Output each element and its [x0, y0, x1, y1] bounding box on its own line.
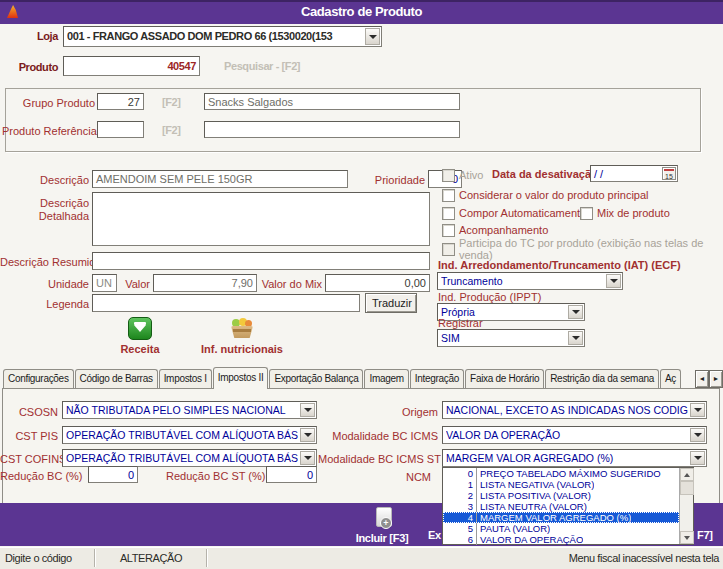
tab-imagem[interactable]: Imagem: [364, 369, 408, 389]
recipe-icon: [128, 317, 152, 340]
dropdown-arrow-icon[interactable]: [300, 451, 315, 465]
tab-scroll-left-button[interactable]: ◄: [695, 370, 709, 388]
list-item[interactable]: 0 PREÇO TABELADO MÁXIMO SUGERIDO: [443, 468, 679, 479]
registrar-label: Registrar: [438, 317, 483, 329]
legenda-label: Legenda: [41, 298, 89, 310]
excluir-button-partial[interactable]: Ex: [428, 529, 441, 541]
descricao-input[interactable]: AMENDOIM SEM PELE 150GR: [92, 170, 348, 188]
tab-integracao[interactable]: Integração: [410, 369, 464, 389]
reducao-bc-st-label: Redução BC ST (%): [166, 470, 262, 482]
registrar-select[interactable]: SIM: [437, 329, 585, 347]
tab-exportacao-balanca[interactable]: Exportação Balança: [269, 369, 363, 389]
tab-codigo-de-barras[interactable]: Código de Barras: [75, 369, 158, 389]
dropdown-arrow-icon[interactable]: [300, 428, 315, 442]
list-item[interactable]: 2 LISTA POSITIVA (VALOR): [443, 490, 679, 501]
unidade-label: Unidade: [35, 278, 89, 290]
iat-select[interactable]: Truncamento: [437, 272, 623, 290]
produto-referencia-label: Produto Referência: [2, 125, 95, 137]
dropdown-arrow-icon[interactable]: [690, 451, 705, 465]
cst-pis-label: CST PIS: [8, 430, 58, 442]
origem-value: NACIONAL, EXCETO AS INDICADAS NOS CODIGO…: [446, 403, 688, 417]
unidade-input[interactable]: UN: [92, 274, 117, 292]
receita-button[interactable]: [128, 317, 152, 340]
dropdown-scrollbar[interactable]: [679, 468, 693, 544]
status-mode: ALTERAÇÃO: [96, 552, 206, 564]
mod-bc-icms-st-select[interactable]: MARGEM VALOR AGREGADO (%): [442, 449, 707, 467]
csosn-label: CSOSN: [8, 406, 58, 418]
scrollbar-thumb[interactable]: [680, 481, 694, 495]
participa-tc-label: Participa do TC por produto (exibição na…: [459, 237, 707, 261]
calendar-button[interactable]: 15: [662, 167, 676, 180]
data-desativacao-input[interactable]: / / 15: [590, 165, 678, 182]
inf-nutricionais-button[interactable]: [229, 318, 255, 340]
produto-referencia-f2-hint: [F2]: [162, 124, 181, 136]
list-item-selected[interactable]: 4 MARGEM VALOR AGREGADO (%): [443, 512, 679, 523]
fruit-basket-icon: [229, 318, 255, 340]
incluir-label: Incluir [F3]: [340, 532, 424, 544]
tab-configuracoes[interactable]: Configurações: [3, 369, 74, 389]
mix-produto-checkbox[interactable]: [580, 207, 593, 220]
list-item[interactable]: 6 VALOR DA OPERAÇÃO: [443, 534, 679, 545]
receita-label: Receita: [108, 343, 172, 355]
scroll-up-icon[interactable]: [680, 468, 694, 481]
dropdown-arrow-icon[interactable]: [606, 274, 621, 288]
list-item[interactable]: 1 LISTA NEGATIVA (VALOR): [443, 479, 679, 490]
loja-value: 001 - FRANGO ASSADO DOM PEDRO 66 (153002…: [67, 28, 363, 45]
acompanhamento-label: Acompanhamento: [459, 224, 548, 236]
valor-input[interactable]: 7,90: [153, 274, 257, 292]
pesquisar-hint: Pesquisar - [F2]: [224, 60, 300, 72]
mod-bc-icms-st-label: Modalidade BC ICMS ST: [318, 453, 438, 465]
compor-checkbox[interactable]: [442, 207, 455, 220]
cst-cofins-label: CST COFINS: [0, 453, 58, 465]
dropdown-arrow-icon[interactable]: [690, 403, 705, 417]
tab-restricao-dia-semana[interactable]: Restrição dia da semana: [545, 369, 659, 389]
descricao-detalhada-textarea[interactable]: [92, 192, 430, 246]
reducao-bc-input[interactable]: 0: [88, 466, 138, 483]
dropdown-arrow-icon[interactable]: [568, 331, 583, 345]
csosn-select[interactable]: NÃO TRIBUTADA PELO SIMPLES NACIONAL: [62, 401, 317, 419]
list-item[interactable]: 5 PAUTA (VALOR): [443, 523, 679, 534]
status-bar: Digite o código ALTERAÇÃO Menu fiscal in…: [0, 547, 723, 569]
tab-faixa-de-horario[interactable]: Faixa de Horário: [465, 369, 544, 389]
reducao-bc-st-input[interactable]: 0: [266, 466, 317, 483]
calendar-icon: 15: [664, 169, 674, 182]
cst-pis-value: OPERAÇÃO TRIBUTÁVEL COM ALÍQUOTA BÁSICA: [66, 428, 298, 442]
mod-bc-icms-select[interactable]: VALOR DA OPERAÇÃO: [442, 426, 707, 444]
origem-label: Origem: [358, 406, 438, 418]
legenda-input[interactable]: [92, 294, 360, 312]
grupo-produto-name-input[interactable]: Snacks Salgados: [204, 93, 460, 110]
cst-cofins-select[interactable]: OPERAÇÃO TRIBUTÁVEL COM ALÍQUOTA BÁSICA: [62, 449, 317, 467]
reducao-bc-label: Redução BC (%): [0, 470, 82, 482]
f7-button-partial[interactable]: F7]: [697, 529, 713, 541]
acompanhamento-checkbox[interactable]: [442, 224, 455, 237]
status-separator: [206, 549, 207, 567]
descricao-detalhada-label: Descrição Detalhada: [35, 197, 89, 223]
considerar-checkbox[interactable]: [442, 189, 455, 202]
window-title: Cadastro de Produto: [0, 4, 723, 19]
dropdown-arrow-icon[interactable]: [690, 428, 705, 442]
tab-acoes[interactable]: Aç: [660, 369, 681, 389]
produto-input[interactable]: 40547: [63, 56, 200, 76]
participa-tc-checkbox[interactable]: [442, 243, 455, 256]
ativo-checkbox[interactable]: [442, 169, 455, 182]
produto-referencia-code-input[interactable]: [97, 121, 144, 138]
grupo-produto-code-input[interactable]: 27: [97, 93, 144, 110]
cst-pis-select[interactable]: OPERAÇÃO TRIBUTÁVEL COM ALÍQUOTA BÁSICA: [62, 426, 317, 444]
produto-referencia-name-input[interactable]: [204, 121, 460, 138]
tab-impostos-2[interactable]: Impostos II: [213, 367, 269, 389]
tab-impostos-1[interactable]: Impostos I: [159, 369, 212, 389]
loja-select[interactable]: 001 - FRANGO ASSADO DOM PEDRO 66 (153002…: [63, 26, 382, 47]
origem-select[interactable]: NACIONAL, EXCETO AS INDICADAS NOS CODIGO…: [442, 401, 707, 419]
incluir-button[interactable]: + Incluir [F3]: [340, 506, 424, 544]
dropdown-arrow-icon[interactable]: [568, 305, 583, 319]
tab-scroll-left-icon: ◄: [699, 375, 706, 382]
tab-scroll-right-button[interactable]: ►: [709, 370, 723, 388]
scroll-down-icon[interactable]: [680, 531, 694, 544]
traduzir-button[interactable]: Traduzir: [365, 293, 417, 313]
dropdown-arrow-icon[interactable]: [300, 403, 315, 417]
dropdown-arrow-icon[interactable]: [365, 28, 380, 45]
descricao-resumida-input[interactable]: [92, 252, 430, 270]
valor-mix-input[interactable]: 0,00: [325, 274, 430, 292]
iat-label: Ind. Arredondamento/Truncamento (IAT) (E…: [438, 259, 681, 271]
list-item[interactable]: 3 LISTA NEUTRA (VALOR): [443, 501, 679, 512]
